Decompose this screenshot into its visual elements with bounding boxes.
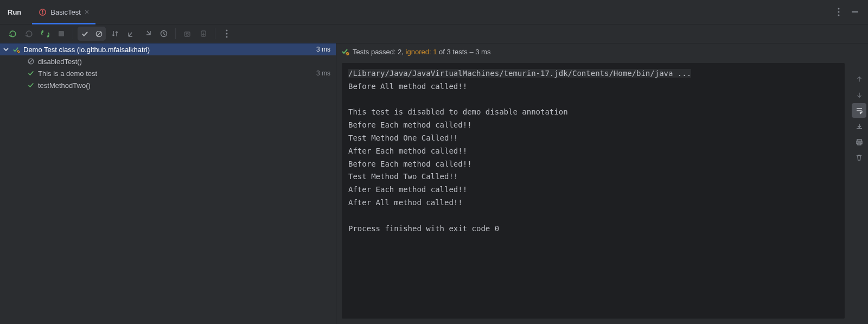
toolbar-more-icon[interactable] (220, 27, 234, 41)
tree-item-label: disabledTest() (38, 58, 82, 66)
chevron-down-icon[interactable] (3, 47, 9, 52)
toolbar-separator (215, 28, 215, 39)
tree-item-method-two[interactable]: testMethodTwo() (0, 79, 336, 91)
toolbar (0, 24, 868, 43)
show-ignored-icon[interactable] (92, 27, 106, 41)
trash-icon[interactable] (852, 150, 866, 165)
console-line: Process finished with exit code 0 (348, 224, 499, 233)
toggle-autotest-icon[interactable] (38, 27, 52, 41)
svg-point-5 (838, 15, 840, 16)
panel-title: Run (8, 8, 21, 16)
svg-line-9 (97, 31, 100, 35)
rerun-failed-icon[interactable] (22, 27, 36, 41)
console-gutter (850, 43, 868, 324)
main-area: Demo Test class (io.github.mfaisalkhatri… (0, 43, 868, 324)
soft-wrap-icon[interactable] (852, 103, 866, 118)
svg-point-3 (838, 8, 840, 10)
console-line: Test Method Two Called!! (348, 172, 458, 181)
tree-root[interactable]: Demo Test class (io.github.mfaisalkhatri… (0, 43, 336, 55)
tree-item-label: testMethodTwo() (38, 81, 91, 90)
toolbar-separator (73, 28, 73, 39)
console-output[interactable]: /Library/Java/JavaVirtualMachines/temuri… (342, 63, 845, 319)
svg-rect-2 (42, 13, 43, 14)
console-line: Before Each method called!! (348, 120, 472, 129)
scroll-to-end-icon[interactable] (852, 119, 866, 134)
ignored-icon (27, 58, 35, 65)
tree-item-time: 3 ms (316, 69, 333, 77)
output-pane: Tests passed: 2, ignored: 1 of 3 tests –… (336, 43, 850, 324)
console-line: Test Method One Called!! (348, 134, 458, 142)
tree-root-label: Demo Test class (io.github.mfaisalkhatri… (23, 46, 150, 54)
stop-icon[interactable] (54, 27, 68, 41)
tab-basictest[interactable]: BasicTest × (32, 0, 95, 24)
pass-badge-icon (341, 47, 349, 56)
console-line: Before All method called!! (348, 82, 467, 91)
down-arrow-icon[interactable] (852, 87, 866, 102)
svg-point-16 (226, 36, 228, 38)
console-line: After Each method called!! (348, 147, 467, 155)
tree-item-demo[interactable]: This is a demo test 3 ms (0, 67, 336, 79)
more-icon[interactable] (838, 8, 851, 16)
tree-root-time: 3 ms (316, 46, 333, 53)
pass-ignore-toggle (78, 27, 106, 41)
up-arrow-icon[interactable] (852, 72, 866, 86)
svg-rect-11 (184, 32, 190, 36)
summary-text: Tests passed: 2, ignored: 1 of 3 tests –… (353, 48, 490, 56)
svg-line-20 (29, 60, 33, 63)
tab-label: BasicTest (50, 8, 81, 16)
sort-icon[interactable] (108, 27, 122, 41)
minimize-icon[interactable] (851, 8, 864, 16)
ignored-count: ignored: 1 (406, 48, 437, 56)
svg-point-12 (186, 33, 188, 35)
import-icon[interactable] (180, 27, 194, 41)
svg-rect-7 (59, 31, 64, 36)
print-icon[interactable] (852, 135, 866, 149)
toolbar-separator (175, 28, 176, 39)
tree-item-disabled[interactable]: disabledTest() (0, 55, 336, 67)
show-passed-icon[interactable] (78, 27, 92, 41)
history-icon[interactable] (157, 27, 171, 41)
svg-rect-1 (42, 10, 43, 12)
svg-rect-6 (852, 11, 858, 12)
console-line: This test is disabled to demo disable an… (348, 107, 568, 116)
console-line: After Each method called!! (348, 185, 467, 194)
svg-point-14 (226, 30, 228, 31)
expand-all-icon[interactable] (124, 27, 138, 41)
export-icon[interactable] (196, 27, 210, 41)
console-cmdline: /Library/Java/JavaVirtualMachines/temuri… (348, 69, 691, 78)
svg-point-4 (838, 11, 840, 13)
check-icon (27, 69, 35, 77)
console-line: Before Each method called!! (348, 160, 472, 168)
close-icon[interactable]: × (85, 8, 89, 16)
tree-item-label: This is a demo test (38, 69, 97, 78)
pass-badge-icon (12, 46, 20, 54)
check-icon (27, 81, 35, 89)
header: Run BasicTest × (0, 0, 868, 24)
collapse-all-icon[interactable] (141, 27, 155, 41)
test-summary: Tests passed: 2, ignored: 1 of 3 tests –… (336, 43, 850, 60)
rerun-icon[interactable] (5, 27, 20, 41)
test-tree[interactable]: Demo Test class (io.github.mfaisalkhatri… (0, 43, 336, 324)
run-config-icon (39, 8, 47, 16)
svg-point-15 (226, 33, 228, 35)
console-line: After All method called!! (348, 198, 463, 207)
